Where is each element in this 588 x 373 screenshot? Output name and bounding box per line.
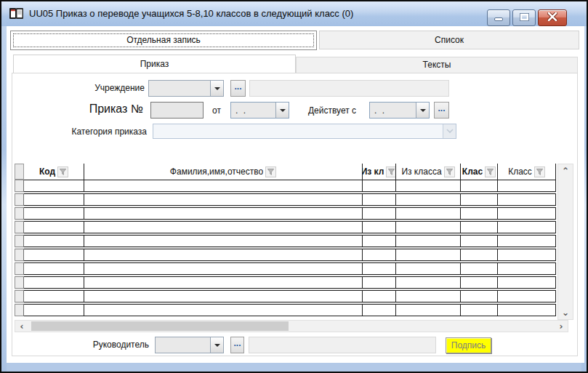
table-cell[interactable]	[363, 235, 396, 247]
table-row[interactable]	[15, 207, 556, 220]
table-cell[interactable]	[84, 276, 363, 289]
row-selector-cell[interactable]	[15, 304, 24, 316]
table-cell[interactable]	[498, 207, 556, 220]
funnel-icon[interactable]	[386, 167, 396, 177]
table-cell[interactable]	[396, 304, 461, 316]
book-icon[interactable]	[9, 7, 25, 21]
table-cell[interactable]	[498, 235, 556, 247]
table-cell[interactable]	[498, 304, 556, 316]
funnel-icon[interactable]	[444, 167, 455, 177]
row-selector-cell[interactable]	[15, 221, 24, 233]
chevron-down-icon[interactable]	[275, 103, 289, 118]
table-cell[interactable]	[461, 221, 498, 233]
table-cell[interactable]	[363, 193, 396, 206]
table-cell[interactable]	[498, 180, 556, 192]
table-cell[interactable]	[498, 262, 556, 275]
table-cell[interactable]	[461, 180, 498, 192]
table-cell[interactable]	[461, 235, 498, 247]
row-selector-cell[interactable]	[15, 180, 24, 192]
table-cell[interactable]	[84, 249, 363, 261]
table-row[interactable]	[15, 276, 556, 289]
row-selector-cell[interactable]	[15, 290, 24, 302]
table-row[interactable]	[15, 262, 556, 275]
table-row[interactable]	[15, 193, 556, 206]
table-cell[interactable]	[363, 262, 396, 275]
order-number-input[interactable]	[150, 102, 204, 119]
table-cell[interactable]	[84, 235, 363, 247]
manager-name-field[interactable]	[249, 337, 436, 353]
manager-combo[interactable]	[155, 337, 224, 353]
table-cell[interactable]	[461, 276, 498, 289]
table-row[interactable]	[15, 235, 556, 247]
grid-vertical-scrollbar[interactable]: ⌃ ⌄	[557, 164, 573, 320]
table-cell[interactable]	[396, 262, 461, 275]
grid-column-header[interactable]: Клас	[461, 164, 498, 180]
grid-column-header[interactable]: Код	[24, 164, 84, 180]
table-row[interactable]	[15, 221, 556, 233]
table-cell[interactable]	[363, 249, 396, 261]
table-cell[interactable]	[24, 304, 84, 316]
scroll-down-icon[interactable]: ⌄	[558, 306, 573, 319]
horizontal-scroll-thumb[interactable]	[31, 321, 289, 331]
valid-from-combo[interactable]: . .	[369, 102, 430, 119]
table-cell[interactable]	[498, 276, 556, 289]
table-row[interactable]	[15, 304, 556, 316]
grid-column-header[interactable]: Из класса	[396, 164, 461, 180]
table-cell[interactable]	[24, 249, 84, 261]
tab-order[interactable]: Приказ	[13, 55, 296, 73]
table-row[interactable]	[15, 180, 556, 192]
tab-single-record[interactable]: Отдельная запись	[10, 31, 317, 50]
table-cell[interactable]	[396, 290, 461, 302]
table-cell[interactable]	[363, 290, 396, 302]
close-button[interactable]	[538, 9, 567, 26]
row-selector-cell[interactable]	[15, 193, 24, 206]
scroll-up-icon[interactable]: ⌃	[558, 164, 573, 177]
table-cell[interactable]	[24, 262, 84, 275]
table-cell[interactable]	[396, 221, 461, 233]
table-cell[interactable]	[363, 276, 396, 289]
table-cell[interactable]	[24, 290, 84, 302]
row-selector-cell[interactable]	[15, 276, 24, 289]
table-cell[interactable]	[84, 290, 363, 302]
minimize-button[interactable]	[487, 9, 510, 26]
tab-texts[interactable]: Тексты	[296, 57, 578, 73]
row-selector-cell[interactable]	[15, 207, 24, 220]
table-cell[interactable]	[24, 193, 84, 206]
table-cell[interactable]	[24, 207, 84, 220]
table-cell[interactable]	[84, 180, 363, 192]
row-selector-cell[interactable]	[15, 262, 24, 275]
row-selector-cell[interactable]	[15, 235, 24, 247]
scroll-right-icon[interactable]: ›	[555, 321, 568, 332]
table-cell[interactable]	[363, 304, 396, 316]
manager-browse-button[interactable]: ...	[230, 337, 244, 353]
table-cell[interactable]	[396, 193, 461, 206]
table-cell[interactable]	[396, 276, 461, 289]
sign-button[interactable]: Подпись	[446, 337, 491, 353]
institution-combo[interactable]	[148, 80, 224, 97]
maximize-button[interactable]	[512, 9, 536, 26]
table-cell[interactable]	[396, 207, 461, 220]
grid-column-header[interactable]: Из кл	[363, 164, 396, 180]
funnel-icon[interactable]	[57, 167, 68, 177]
table-cell[interactable]	[461, 262, 498, 275]
table-cell[interactable]	[396, 249, 461, 261]
table-row[interactable]	[15, 249, 556, 261]
funnel-icon[interactable]	[534, 167, 545, 177]
table-row[interactable]	[15, 290, 556, 302]
table-cell[interactable]	[396, 180, 461, 192]
table-cell[interactable]	[461, 207, 498, 220]
funnel-icon[interactable]	[265, 167, 276, 177]
row-selector-cell[interactable]	[15, 249, 24, 261]
table-cell[interactable]	[24, 276, 84, 289]
table-cell[interactable]	[24, 221, 84, 233]
table-cell[interactable]	[363, 221, 396, 233]
table-cell[interactable]	[461, 193, 498, 206]
table-cell[interactable]	[461, 304, 498, 316]
grid-column-header[interactable]: Фамилия,имя,отчество	[84, 164, 363, 180]
table-cell[interactable]	[498, 193, 556, 206]
category-combo[interactable]	[153, 124, 456, 139]
table-cell[interactable]	[84, 262, 363, 275]
table-cell[interactable]	[84, 193, 363, 206]
grid-horizontal-scrollbar[interactable]: ‹ ›	[15, 320, 568, 332]
table-cell[interactable]	[461, 249, 498, 261]
